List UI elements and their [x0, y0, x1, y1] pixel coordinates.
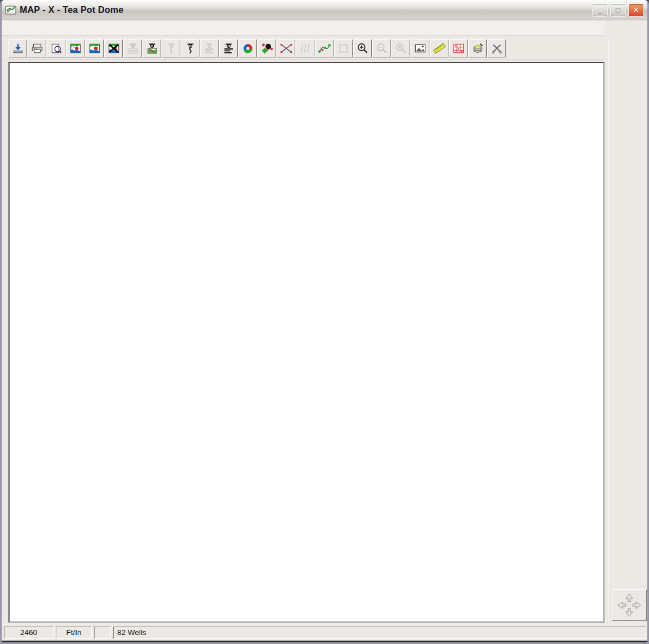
app-window: MAP - X - Tea Pot Dome _ □ ✕ 2460 Ft/In … — [0, 0, 649, 644]
well-report-button — [200, 39, 219, 57]
well-basemap-button[interactable] — [143, 39, 161, 57]
open-map-button[interactable] — [85, 39, 104, 57]
well-list-button[interactable] — [219, 39, 238, 57]
well-path-button — [162, 39, 180, 57]
title-bar[interactable]: MAP - X - Tea Pot Dome _ □ ✕ — [2, 0, 647, 20]
grid-button[interactable] — [449, 39, 468, 57]
toolbar — [2, 37, 604, 60]
menu-bar — [2, 21, 604, 36]
close-button[interactable]: ✕ — [628, 3, 644, 17]
zoom-in-button[interactable] — [353, 39, 372, 57]
bubble-map-button[interactable] — [257, 39, 276, 57]
status-bar: 2460 Ft/In 82 Wells — [2, 624, 649, 641]
zoom-cancel-button — [392, 39, 410, 57]
cross-section-button[interactable] — [277, 39, 295, 57]
status-well-count: 82 Wells — [113, 627, 646, 639]
maximize-button[interactable]: □ — [610, 3, 626, 17]
close-map-button[interactable] — [104, 39, 123, 57]
contour-map — [10, 63, 603, 621]
new-map-button[interactable] — [66, 39, 85, 57]
pan-pad[interactable] — [612, 589, 647, 621]
pan-arrows-icon — [615, 592, 644, 619]
zoom-out-button — [372, 39, 391, 57]
clip-wells-button[interactable] — [487, 39, 506, 57]
status-units: Ft/In — [56, 627, 92, 639]
view-image-button[interactable] — [411, 39, 429, 57]
status-blank — [94, 627, 111, 639]
pie-map-button[interactable] — [238, 39, 257, 57]
well-correlation-button[interactable] — [315, 39, 334, 57]
fence-diagram-button — [296, 39, 314, 57]
print-preview-button[interactable] — [47, 39, 65, 57]
well-deviation-button[interactable] — [181, 39, 199, 57]
window-title: MAP - X - Tea Pot Dome — [20, 5, 590, 15]
select-region-button — [334, 39, 353, 57]
well-spacing-button — [123, 39, 142, 57]
window-bottom-edge — [2, 641, 649, 644]
measure-button[interactable] — [430, 39, 448, 57]
export-map-button[interactable] — [8, 39, 27, 57]
app-icon — [5, 5, 16, 16]
minimize-button[interactable]: _ — [592, 3, 608, 17]
tool-palette — [608, 37, 649, 623]
status-scale: 2460 — [4, 627, 54, 639]
layers-button[interactable] — [468, 39, 487, 57]
print-button[interactable] — [28, 39, 46, 57]
map-canvas[interactable] — [8, 62, 604, 623]
